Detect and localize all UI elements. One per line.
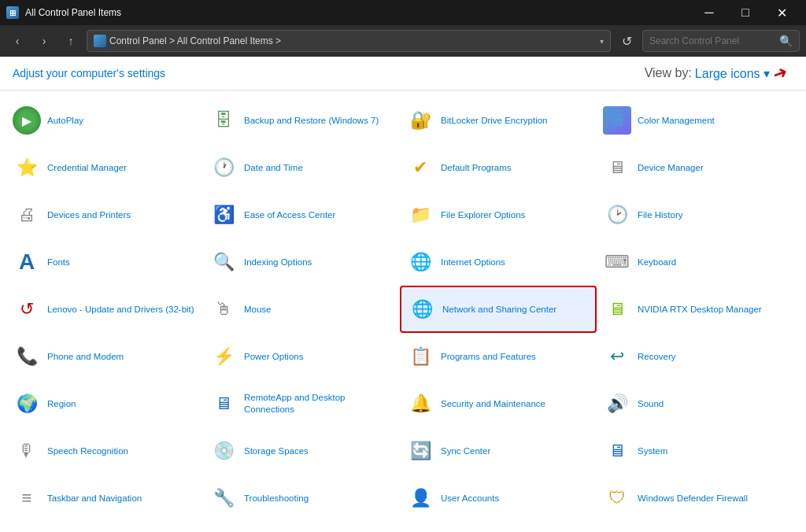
bitlocker-icon: 🔐 xyxy=(406,106,434,135)
panel-item-ease[interactable]: ♿Ease of Access Center xyxy=(203,191,400,238)
panel-item-bitlocker[interactable]: 🔐BitLocker Drive Encryption xyxy=(400,97,597,144)
forward-button[interactable]: › xyxy=(33,30,55,52)
panel-item-region[interactable]: 🌍Region xyxy=(6,380,203,427)
power-label: Power Options xyxy=(244,351,303,363)
panel-item-speech[interactable]: 🎙Speech Recognition xyxy=(6,427,203,475)
datetime-icon: 🕐 xyxy=(209,153,238,182)
panel-item-file-history[interactable]: 🕑File History xyxy=(597,191,793,238)
panel-item-sound[interactable]: 🔊Sound xyxy=(597,380,793,427)
panel-item-file-explorer[interactable]: 📁File Explorer Options xyxy=(400,191,597,238)
panel-item-troubleshoot[interactable]: 🔧Troubleshooting xyxy=(203,475,400,522)
back-button[interactable]: ‹ xyxy=(6,30,28,52)
mouse-label: Mouse xyxy=(244,304,272,316)
panel-item-windows-tools[interactable]: ⚙Windows Tools xyxy=(203,522,400,532)
panel-item-remote[interactable]: 🖥RemoteApp and Desktop Connections xyxy=(203,380,400,427)
panel-item-power[interactable]: ⚡Power Options xyxy=(203,333,400,380)
panel-item-mobility[interactable]: 💻Windows Mobility Center xyxy=(6,522,203,532)
panel-item-security[interactable]: 🔔Security and Maintenance xyxy=(400,380,597,427)
phone-label: Phone and Modem xyxy=(47,351,124,363)
up-button[interactable]: ↑ xyxy=(60,30,82,52)
credential-label: Credential Manager xyxy=(47,162,127,174)
close-button[interactable]: ✕ xyxy=(763,0,800,25)
path-text: Control Panel > All Control Panel Items … xyxy=(109,35,281,46)
sync-icon: 🔄 xyxy=(406,437,434,465)
indexing-label: Indexing Options xyxy=(244,257,312,268)
panel-item-credential[interactable]: ⭐Credential Manager xyxy=(6,144,203,191)
region-label: Region xyxy=(47,398,76,410)
security-label: Security and Maintenance xyxy=(441,398,545,410)
panel-item-programs[interactable]: 📋Programs and Features xyxy=(400,333,597,380)
content-header: Adjust your computer's settings View by:… xyxy=(0,57,806,91)
title-bar: ⊞ All Control Panel Items ─ □ ✕ xyxy=(0,0,806,25)
refresh-button[interactable]: ↺ xyxy=(616,30,638,52)
devices-label: Devices and Printers xyxy=(47,209,131,221)
ease-icon: ♿ xyxy=(209,201,238,229)
panel-item-datetime[interactable]: 🕐Date and Time xyxy=(203,144,400,191)
panel-item-nvidia[interactable]: 🖥NVIDIA RTX Desktop Manager xyxy=(597,286,793,333)
panel-item-autoplay[interactable]: ▶AutoPlay xyxy=(6,97,203,144)
speech-icon: 🎙 xyxy=(13,437,41,465)
panel-item-device-manager[interactable]: 🖥Device Manager xyxy=(597,144,793,191)
storage-icon: 💿 xyxy=(209,437,238,465)
panel-item-network[interactable]: 🌐Network and Sharing Center xyxy=(400,286,597,333)
maximize-button[interactable]: □ xyxy=(727,0,763,25)
title-bar-controls: ─ □ ✕ xyxy=(691,0,800,25)
panel-item-mouse[interactable]: 🖱Mouse xyxy=(203,286,400,333)
color-label: Color Management xyxy=(638,115,715,127)
remote-icon: 🖥 xyxy=(209,390,238,418)
panel-item-sync[interactable]: 🔄Sync Center xyxy=(400,427,597,475)
panel-item-indexing[interactable]: 🔍Indexing Options xyxy=(203,238,400,286)
keyboard-label: Keyboard xyxy=(638,257,676,268)
bitlocker-label: BitLocker Drive Encryption xyxy=(441,115,548,127)
panel-item-work[interactable]: 📁Work Folders xyxy=(400,522,597,532)
remote-label: RemoteApp and Desktop Connections xyxy=(244,392,394,416)
panel-item-windows-defender[interactable]: 🛡Windows Defender Firewall xyxy=(597,475,793,522)
panel-item-keyboard[interactable]: ⌨Keyboard xyxy=(597,238,793,286)
address-path[interactable]: Control Panel > All Control Panel Items … xyxy=(87,30,611,52)
user-icon: 👤 xyxy=(406,484,434,512)
search-box[interactable]: 🔍 xyxy=(642,30,800,52)
search-input[interactable] xyxy=(649,35,776,46)
panel-item-backup[interactable]: 🗄Backup and Restore (Windows 7) xyxy=(203,97,400,144)
autoplay-label: AutoPlay xyxy=(47,115,83,127)
color-icon: 🖥 xyxy=(603,106,631,135)
recovery-label: Recovery xyxy=(638,351,676,363)
system-label: System xyxy=(638,445,667,457)
panel-item-system[interactable]: 🖥System xyxy=(597,427,793,475)
path-icon xyxy=(94,35,106,47)
devices-icon: 🖨 xyxy=(13,201,41,229)
file-explorer-icon: 📁 xyxy=(406,201,434,229)
minimize-button[interactable]: ─ xyxy=(691,0,727,25)
search-icon[interactable]: 🔍 xyxy=(779,35,793,47)
panel-item-lenovo[interactable]: ↺Lenovo - Update and Drivers (32-bit) xyxy=(6,286,203,333)
panel-item-devices[interactable]: 🖨Devices and Printers xyxy=(6,191,203,238)
panel-item-internet[interactable]: 🌐Internet Options xyxy=(400,238,597,286)
panel-item-recovery[interactable]: ↩Recovery xyxy=(597,333,793,380)
path-dropdown-button[interactable]: ▾ xyxy=(600,37,604,46)
network-label: Network and Sharing Center xyxy=(442,304,556,316)
panel-item-storage[interactable]: 💿Storage Spaces xyxy=(203,427,400,475)
view-options: View by: Large icons ▾ ➜ xyxy=(645,63,793,83)
panel-item-user[interactable]: 👤User Accounts xyxy=(400,475,597,522)
default-icon: ✔ xyxy=(406,153,434,182)
lenovo-icon: ↺ xyxy=(13,295,41,323)
file-history-label: File History xyxy=(638,209,683,221)
panel-item-color[interactable]: 🖥Color Management xyxy=(597,97,793,144)
nvidia-label: NVIDIA RTX Desktop Manager xyxy=(638,304,762,316)
panel-item-phone[interactable]: 📞Phone and Modem xyxy=(6,333,203,380)
datetime-label: Date and Time xyxy=(244,162,303,174)
internet-icon: 🌐 xyxy=(406,248,434,276)
view-by-dropdown[interactable]: Large icons ▾ xyxy=(695,66,770,81)
windows-defender-icon: 🛡 xyxy=(603,484,631,512)
troubleshoot-icon: 🔧 xyxy=(209,484,238,512)
user-label: User Accounts xyxy=(441,493,499,504)
panel-item-taskbar[interactable]: ≡Taskbar and Navigation xyxy=(6,475,203,522)
panel-item-fonts[interactable]: AFonts xyxy=(6,238,203,286)
fonts-icon: A xyxy=(13,248,41,276)
nvidia-icon: 🖥 xyxy=(603,295,631,323)
panel-item-default[interactable]: ✔Default Programs xyxy=(400,144,597,191)
region-icon: 🌍 xyxy=(13,390,41,418)
programs-icon: 📋 xyxy=(406,342,434,371)
windows-defender-label: Windows Defender Firewall xyxy=(638,493,748,504)
storage-label: Storage Spaces xyxy=(244,445,309,457)
